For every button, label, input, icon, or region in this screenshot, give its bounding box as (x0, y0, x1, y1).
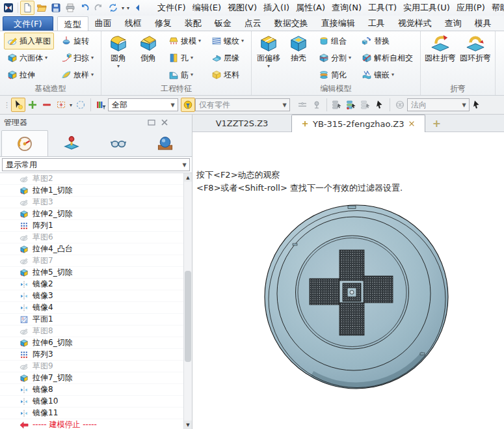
open-folder-button[interactable] (34, 1, 49, 15)
tree-item[interactable]: 拉伸2_切除 (0, 208, 183, 220)
toolbar-grip[interactable]: ⋮ (3, 101, 9, 109)
tree-scrollbar[interactable]: ▲ ▼ (183, 173, 192, 429)
menu-查询(N)[interactable]: 查询(N) (328, 1, 365, 15)
menu-应用(P)[interactable]: 应用(P) (453, 1, 488, 15)
manager-tab-visibility-glasses[interactable] (95, 130, 142, 156)
menu-实用工具(U)[interactable]: 实用工具(U) (400, 1, 453, 15)
entity-filter-combobox[interactable]: 全部 ▼ (108, 98, 178, 111)
float-panel-icon[interactable] (146, 117, 157, 128)
collapse-left-icon[interactable] (131, 1, 145, 15)
dropdown-arrow[interactable]: ▾ (191, 72, 193, 77)
ribbon-tab-装配[interactable]: 装配 (178, 16, 208, 31)
menu-帮助(H)[interactable]: 帮助(H) (488, 1, 504, 15)
combo-arrow-icon[interactable]: ▼ (168, 99, 178, 111)
button-扫掠[interactable]: 扫掠▾ (58, 49, 97, 66)
display-filter-combobox[interactable]: 显示常用 ▼ (2, 158, 190, 171)
button-筋[interactable]: 筋▾ (165, 66, 204, 83)
manager-tab-history-gauge[interactable] (1, 130, 48, 156)
button-螺纹[interactable]: 螺纹▾ (208, 33, 247, 49)
button-解析自相交[interactable]: 解析自相交 (358, 49, 416, 66)
ribbon-tab-查询[interactable]: 查询 (438, 16, 468, 31)
document-tab-YB-315-2fengzhao.Z3[interactable]: YB-315-2fengzhao.Z3 (291, 115, 425, 132)
ribbon-tab-数据交换[interactable]: 数据交换 (268, 16, 315, 31)
button-拉伸[interactable]: 拉伸 (4, 66, 54, 83)
button-旋转[interactable]: 旋转 (58, 33, 97, 49)
ribbon-tab-修复[interactable]: 修复 (148, 16, 178, 31)
tree-item[interactable]: 镜像3 (0, 290, 183, 302)
ribbon-tab-直接编辑[interactable]: 直接编辑 (315, 16, 362, 31)
tree-item[interactable]: 阵列3 (0, 349, 183, 361)
scroll-down-icon[interactable]: ▼ (184, 421, 192, 429)
pick-from-list-active-icon[interactable] (344, 98, 358, 112)
button-简化[interactable]: 简化 (315, 66, 354, 83)
button-圆环折弯[interactable]: 圆环折弯 (458, 33, 493, 63)
tree-item[interactable]: 草图3 (0, 197, 183, 208)
ribbon-tab-点云[interactable]: 点云 (238, 16, 268, 31)
offset-tool-icon[interactable] (295, 98, 310, 112)
new-tab-button[interactable]: + (425, 115, 447, 131)
dropdown-arrow[interactable]: ▾ (241, 38, 244, 44)
dropdown-arrow[interactable]: ▾ (45, 55, 47, 61)
tab-plus-icon[interactable] (301, 120, 309, 128)
tree-item[interactable]: 草图7 (0, 255, 183, 267)
button-圆柱折弯[interactable]: 圆柱折弯 (423, 33, 458, 63)
save-button[interactable] (49, 1, 63, 15)
menu-工具(T)[interactable]: 工具(T) (365, 1, 400, 15)
button-抽壳[interactable]: 抽壳 (284, 33, 313, 63)
tab-file[interactable]: 文件(F) (3, 16, 53, 31)
ribbon-tab-造型[interactable]: 造型 (57, 16, 88, 31)
ribbon-tab-模具[interactable]: 模具 (468, 16, 498, 31)
normal-combobox[interactable]: 法向 ▼ (407, 98, 470, 111)
tree-item[interactable]: 拉伸1_切除 (0, 185, 183, 197)
manager-tab-assembly-stamp[interactable] (48, 130, 95, 156)
pick-from-list-icon[interactable] (330, 98, 344, 112)
tree-item[interactable]: 草图6 (0, 232, 183, 243)
ribbon-tab-曲面[interactable]: 曲面 (88, 16, 118, 31)
ribbon-tab-工具[interactable]: 工具 (362, 16, 391, 31)
tree-item[interactable]: 镜像11 (0, 408, 183, 419)
ribbon-tab-线框[interactable]: 线框 (118, 16, 148, 31)
dropdown-arrow[interactable]: ▾ (191, 55, 193, 61)
tree-item[interactable]: 拉伸6_切除 (0, 337, 183, 349)
tree-item[interactable]: 草图2 (0, 173, 183, 185)
button-圆角[interactable]: 圆角▾ (103, 33, 133, 69)
scope-funnel-icon[interactable] (181, 98, 195, 112)
button-拔模[interactable]: 拔模▾ (165, 33, 204, 49)
button-组合[interactable]: 组合 (315, 33, 354, 49)
button-层缘[interactable]: 层缘 (208, 49, 247, 66)
sync-button[interactable] (106, 1, 120, 15)
dropdown-arrow[interactable]: ▾ (91, 55, 94, 61)
button-放样[interactable]: 放样▾ (58, 66, 97, 83)
tree-item[interactable]: 32平面1 (0, 314, 183, 325)
lasso-select-icon[interactable] (73, 98, 88, 112)
remove-selection-icon[interactable] (40, 98, 54, 112)
gyro-icon[interactable] (393, 98, 407, 112)
document-tab-V1ZZT2S.Z3[interactable]: V1ZZT2S.Z3 (192, 115, 291, 131)
manager-tab-render-sphere[interactable] (142, 130, 189, 156)
tree-item[interactable]: 草图9 (0, 361, 183, 372)
button-孔[interactable]: 孔▾ (165, 49, 204, 66)
redo-button[interactable] (92, 1, 106, 15)
sync-dropdown-arrow[interactable]: ▾ (120, 5, 126, 11)
tree-item[interactable]: 镜像10 (0, 396, 183, 408)
tree-item[interactable]: 阵列1 (0, 220, 183, 232)
close-panel-icon[interactable] (159, 117, 170, 128)
tree-item[interactable]: 拉伸5_切除 (0, 267, 183, 279)
dropdown-arrow[interactable]: ▾ (91, 72, 94, 77)
scroll-up-icon[interactable]: ▲ (184, 173, 192, 182)
pick-last-icon[interactable] (358, 98, 373, 112)
ribbon-tab-视觉样式[interactable]: 视觉样式 (391, 16, 438, 31)
button-面偏移[interactable]: 面偏移▾ (254, 33, 284, 69)
menu-属性(A)[interactable]: 属性(A) (293, 1, 328, 15)
menu-编辑(E)[interactable]: 编辑(E) (189, 1, 224, 15)
button-坯料[interactable]: 坯料 (208, 66, 247, 83)
tree-item[interactable]: 拉伸4_凸台 (0, 243, 183, 255)
select-all-cursor-icon[interactable] (373, 98, 387, 112)
button-六面体[interactable]: 六面体▾ (4, 49, 54, 66)
viewport[interactable]: 按下<F2>动态的观察 <F8>或者<Shift-roll> 查找下一个有效的过… (192, 132, 504, 429)
tree-item[interactable]: 拉伸7_切除 (0, 372, 183, 384)
dropdown-arrow[interactable]: ▾ (391, 72, 394, 77)
tree-item[interactable]: 草图8 (0, 325, 183, 337)
button-分割[interactable]: 分割▾ (315, 49, 354, 66)
menu-文件(F)[interactable]: 文件(F) (154, 1, 189, 15)
